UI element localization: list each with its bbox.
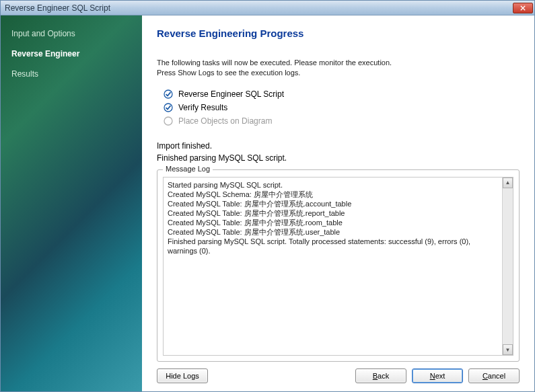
cancel-button[interactable]: Cancel [468, 368, 520, 383]
dialog-body: Input and Options Reverse Engineer Resul… [1, 15, 534, 391]
close-button[interactable] [513, 3, 533, 13]
dialog-window: Reverse Engineer SQL Script Input and Op… [0, 0, 535, 392]
circle-icon [164, 116, 173, 126]
task-list: Reverse Engineer SQL Script Verify Resul… [164, 87, 520, 128]
status-text: Import finished. Finished parsing MySQL … [157, 140, 520, 164]
hide-logs-button[interactable]: Hide Logs [157, 368, 208, 383]
task-label: Verify Results [178, 103, 227, 112]
button-row: Hide Logs Back Next Cancel [157, 362, 520, 383]
close-icon [520, 5, 526, 11]
group-label: Message Log [163, 165, 213, 173]
svg-point-2 [164, 117, 172, 125]
window-title: Reverse Engineer SQL Script [5, 3, 513, 13]
intro-text: The following tasks will now be executed… [157, 58, 520, 78]
next-button[interactable]: Next [412, 368, 463, 383]
log-textarea[interactable]: Started parsing MySQL SQL script. Create… [163, 177, 513, 356]
back-button[interactable]: Back [355, 368, 406, 383]
scroll-up-button[interactable]: ▲ [503, 178, 513, 188]
intro-line: Press Show Logs to see the execution log… [157, 68, 520, 78]
sidebar-item-input-options[interactable]: Input and Options [11, 25, 131, 45]
sidebar-item-results[interactable]: Results [11, 65, 131, 85]
intro-line: The following tasks will now be executed… [157, 58, 520, 68]
page-title: Reverse Engineering Progress [157, 28, 520, 39]
checkmark-icon [164, 89, 173, 99]
status-line: Finished parsing MySQL SQL script. [157, 152, 520, 164]
titlebar[interactable]: Reverse Engineer SQL Script [1, 1, 534, 15]
task-label: Place Objects on Diagram [178, 116, 272, 126]
task-label: Reverse Engineer SQL Script [178, 89, 284, 99]
scroll-down-button[interactable]: ▼ [503, 344, 513, 355]
task-item: Verify Results [164, 101, 520, 114]
task-item: Place Objects on Diagram [164, 114, 520, 128]
task-item: Reverse Engineer SQL Script [164, 87, 520, 101]
message-log-group: Message Log Started parsing MySQL SQL sc… [157, 169, 520, 362]
main-panel: Reverse Engineering Progress The followi… [142, 15, 534, 391]
scrollbar[interactable]: ▲ ▼ [502, 178, 513, 355]
wizard-sidebar: Input and Options Reverse Engineer Resul… [1, 15, 142, 391]
status-line: Import finished. [157, 140, 520, 152]
sidebar-item-reverse-engineer[interactable]: Reverse Engineer [11, 45, 131, 65]
log-content: Started parsing MySQL SQL script. Create… [164, 178, 502, 355]
scroll-track[interactable] [503, 188, 513, 344]
checkmark-icon [164, 103, 173, 112]
